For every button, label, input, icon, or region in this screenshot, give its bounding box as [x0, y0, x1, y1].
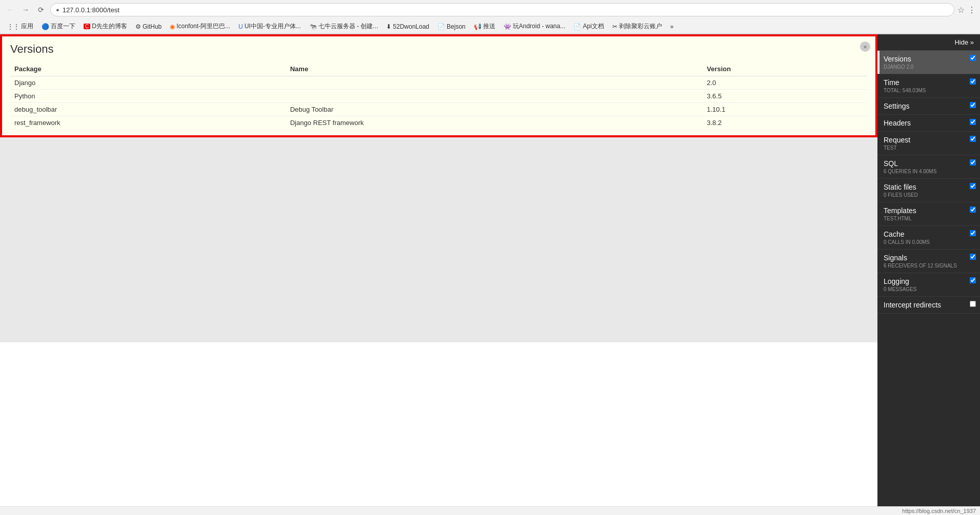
browser-chrome: ← → ⟳ ● 127.0.0.1:8000/test ☆ ⋮ ⋮⋮ 应用 🔵 …: [0, 0, 980, 34]
bookmark-uichina[interactable]: U UI中国-专业用户体...: [235, 21, 304, 32]
page-content: Versions × Package Name Version Django2.…: [0, 34, 877, 506]
table-row: Python3.6.5: [10, 90, 867, 103]
cell-name: [286, 90, 703, 103]
bookmarks-bar: ⋮⋮ 应用 🔵 百度一下 C D先生的博客 ⚙ GitHub ◉ Iconfon…: [0, 19, 980, 34]
toolbar-item-label: Time: [884, 78, 974, 87]
toolbar-item-checkbox[interactable]: [970, 301, 976, 307]
apidoc-icon: 📄: [573, 23, 581, 30]
toolbar-item-templates[interactable]: Templatestest.html: [877, 202, 980, 226]
toolbar-item-sub: 0 files used: [884, 192, 974, 198]
cell-package: Python: [10, 90, 286, 103]
bookmark-wanandroid[interactable]: 👾 玩Android - wana...: [501, 21, 569, 32]
bookmark-apidoc[interactable]: 📄 Api文档: [570, 21, 607, 32]
toolbar-item-label: Headers: [884, 119, 974, 127]
bookmark-52dwon[interactable]: ⬇ 52DwonLoad: [383, 22, 432, 31]
toolbar-item-sub: 6 receivers of 12 signals: [884, 263, 974, 269]
toolbar-item-checkbox[interactable]: [970, 183, 976, 189]
toolbar-item-label: Request: [884, 136, 974, 144]
bookmark-blog[interactable]: C D先生的博客: [81, 21, 130, 32]
toolbar-item-sub: test.html: [884, 216, 974, 221]
address-bar: ● 127.0.0.1:8000/test: [50, 3, 954, 16]
cell-package: Django: [10, 76, 286, 90]
toolbar-item-label: SQL: [884, 159, 974, 168]
bookmark-remove[interactable]: ✂ 剥除聚彩云账户: [609, 21, 665, 32]
toolbar-item-signals[interactable]: Signals6 receivers of 12 signals: [877, 250, 980, 273]
bookmark-more[interactable]: »: [667, 22, 677, 31]
col-name: Name: [286, 62, 703, 76]
toolbar-item-label: Cache: [884, 230, 974, 238]
toolbar-item-static-files[interactable]: Static files0 files used: [877, 179, 980, 202]
toolbar-item-sub: Django 2.0: [884, 64, 974, 70]
back-button[interactable]: ←: [4, 4, 16, 16]
bookmark-github[interactable]: ⚙ GitHub: [132, 22, 165, 31]
hide-button[interactable]: Hide »: [954, 38, 974, 46]
bookmark-star-icon[interactable]: ☆: [957, 5, 965, 15]
table-row: debug_toolbarDebug Toolbar1.10.1: [10, 103, 867, 116]
bookmark-push[interactable]: 📢 推送: [471, 21, 498, 32]
toolbar-item-sub: 0 calls in 0.00ms: [884, 239, 974, 245]
toolbar-item-checkbox[interactable]: [970, 78, 976, 85]
toolbar-item-versions[interactable]: VersionsDjango 2.0: [877, 51, 980, 74]
table-row: rest_frameworkDjango REST framework3.8.2: [10, 116, 867, 130]
toolbar-item-time[interactable]: TimeTotal: 548.03ms: [877, 74, 980, 98]
toolbar-item-checkbox[interactable]: [970, 136, 976, 142]
bejson-icon: 📄: [437, 23, 445, 30]
toolbar-item-sub: TEST: [884, 145, 974, 151]
toolbar-item-sub: 6 queries in 4.00ms: [884, 169, 974, 174]
gray-area: [0, 137, 877, 342]
bookmark-bejson[interactable]: 📄 Bejson: [434, 22, 469, 31]
versions-title: Versions: [10, 43, 867, 56]
github-icon: ⚙: [135, 23, 141, 30]
toolbar-items: VersionsDjango 2.0TimeTotal: 548.03msSet…: [877, 51, 980, 314]
toolbar-item-label: Static files: [884, 183, 974, 191]
versions-container: Versions × Package Name Version Django2.…: [0, 34, 877, 137]
bookmark-iconfont[interactable]: ◉ Iconfont-阿里巴巴...: [167, 21, 233, 32]
col-package: Package: [10, 62, 286, 76]
toolbar-item-request[interactable]: RequestTEST: [877, 132, 980, 155]
bookmark-apps[interactable]: ⋮⋮ 应用: [4, 21, 36, 32]
toolbar-item-intercept-redirects[interactable]: Intercept redirects: [877, 297, 980, 314]
baidu-icon: 🔵: [42, 23, 49, 30]
versions-table: Package Name Version Django2.0Python3.6.…: [10, 62, 867, 129]
toolbar-item-checkbox[interactable]: [970, 207, 976, 213]
wanandroid-icon: 👾: [504, 23, 511, 30]
table-row: Django2.0: [10, 76, 867, 90]
apps-icon: ⋮⋮: [7, 23, 19, 30]
main-area: Versions × Package Name Version Django2.…: [0, 34, 980, 506]
url-text: 127.0.0.1:8000/test: [63, 6, 119, 14]
toolbar-item-checkbox[interactable]: [970, 254, 976, 260]
toolbar-item-headers[interactable]: Headers: [877, 115, 980, 132]
toolbar-item-checkbox[interactable]: [970, 119, 976, 125]
toolbar-item-label: Signals: [884, 254, 974, 262]
versions-panel: Versions × Package Name Version Django2.…: [1, 35, 876, 136]
qiniu-icon: 🐄: [309, 23, 317, 30]
bookmark-baidu[interactable]: 🔵 百度一下: [38, 21, 78, 32]
remove-icon: ✂: [612, 23, 617, 30]
toolbar-item-cache[interactable]: Cache0 calls in 0.00ms: [877, 226, 980, 250]
toolbar-item-settings[interactable]: Settings: [877, 98, 980, 115]
cell-version: 2.0: [703, 76, 867, 90]
toolbar-item-checkbox[interactable]: [970, 102, 976, 108]
toolbar-item-logging[interactable]: Logging0 messages: [877, 273, 980, 297]
52dwon-icon: ⬇: [386, 23, 391, 30]
bookmark-qiniu[interactable]: 🐄 七牛云服务器 - 创建...: [306, 21, 382, 32]
toolbar-item-sub: 0 messages: [884, 286, 974, 292]
iconfont-icon: ◉: [170, 23, 175, 30]
toolbar-item-checkbox[interactable]: [970, 159, 976, 166]
debug-toolbar: Hide » VersionsDjango 2.0TimeTotal: 548.…: [877, 34, 980, 506]
cell-version: 3.6.5: [703, 90, 867, 103]
push-icon: 📢: [474, 23, 482, 30]
forward-button[interactable]: →: [19, 4, 32, 16]
toolbar-item-sql[interactable]: SQL6 queries in 4.00ms: [877, 155, 980, 179]
reload-button[interactable]: ⟳: [35, 4, 47, 16]
toolbar-item-label: Logging: [884, 277, 974, 285]
blog-icon: C: [84, 24, 90, 29]
toolbar-item-checkbox[interactable]: [970, 230, 976, 236]
close-button[interactable]: ×: [860, 42, 870, 52]
cell-name: Debug Toolbar: [286, 103, 703, 116]
browser-toolbar: ← → ⟳ ● 127.0.0.1:8000/test ☆ ⋮: [0, 0, 980, 19]
toolbar-item-label: Settings: [884, 102, 974, 110]
menu-icon[interactable]: ⋮: [968, 5, 976, 15]
toolbar-item-checkbox[interactable]: [970, 277, 976, 283]
toolbar-item-checkbox[interactable]: [970, 55, 976, 61]
